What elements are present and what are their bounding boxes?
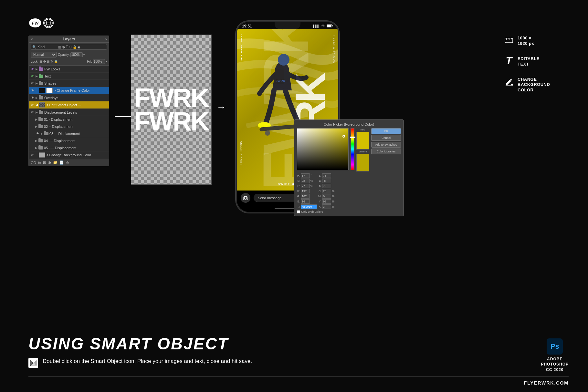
delete-layer-btn[interactable]: 🗑 xyxy=(66,161,69,165)
y-input[interactable] xyxy=(322,199,331,204)
s-field-row: S: % xyxy=(297,179,317,183)
g-label: G: xyxy=(297,195,300,198)
arrow-03: ▶ xyxy=(41,132,44,135)
add-to-swatches-btn[interactable]: Add to Swatches xyxy=(371,142,401,148)
layer-04-displacement[interactable]: ▶ 04 ···· Displacement xyxy=(29,137,109,144)
folder-05 xyxy=(38,146,43,150)
layer-text[interactable]: 👁 ▶ Text xyxy=(29,73,109,80)
phone-status-icons: ▌▌▌ xyxy=(313,24,333,28)
battery-icon xyxy=(327,24,333,28)
web-colors-label: Only Web Colors xyxy=(301,210,323,213)
layer-shapes[interactable]: 👁 ▶ Shapes xyxy=(29,80,109,87)
new-layer-btn[interactable]: 📄 xyxy=(59,160,64,165)
y-percent: % xyxy=(332,200,334,203)
layer-change-bg-color[interactable]: 👁 < Change Background Color xyxy=(29,151,109,159)
size-annotation-text: 1080 ×1920 px xyxy=(518,36,534,46)
camera-btn[interactable] xyxy=(241,193,250,203)
k-field-row: K: % xyxy=(318,204,334,209)
promo-line1: THIS WEEK ONLY! xyxy=(240,34,243,62)
footer-url: FLYERWRK.COM xyxy=(524,380,569,386)
adjustment-btn[interactable]: ◑ xyxy=(48,160,51,165)
thumb-frame-white xyxy=(46,88,53,93)
k-input[interactable] xyxy=(322,204,331,209)
lock-all-icon[interactable]: 🔒 xyxy=(54,60,58,63)
svg-rect-7 xyxy=(332,26,333,26)
layer-02-displacement[interactable]: ▶ 02 ·· Displacement xyxy=(29,123,109,130)
g-input[interactable] xyxy=(301,194,310,199)
color-picker-title: Color Picker (Foreground Color) xyxy=(297,122,401,126)
lock-artboard-icon[interactable]: ⊞ xyxy=(47,60,49,63)
eye-overlays[interactable]: 👁 xyxy=(30,96,35,100)
web-colors-checkbox[interactable] xyxy=(297,210,300,213)
opacity-input[interactable] xyxy=(70,52,83,57)
layer-01-displacement[interactable]: ▶ 01 · Displacement xyxy=(29,116,109,123)
lock-row: Lock: ▦ ✥ ⊞ ↻ 🔒 xyxy=(31,59,58,64)
blend-mode-select[interactable]: Normal xyxy=(31,52,57,57)
layer-displacement-levels[interactable]: 👁 ▶ Displacement Levels xyxy=(29,109,109,116)
eye-displacement[interactable]: 👁 xyxy=(30,110,35,115)
thumb-frame-black xyxy=(39,88,45,93)
eye-frame[interactable]: 👁 xyxy=(30,88,35,93)
ok-btn[interactable]: OK xyxy=(371,128,401,134)
hue-cursor[interactable] xyxy=(350,137,355,138)
filter-pixel-icon[interactable]: ▦ xyxy=(58,45,61,49)
layers-expand-btn[interactable]: » xyxy=(105,37,107,41)
color-gradient-field[interactable] xyxy=(297,128,349,170)
annotation-size: 1080 ×1920 px xyxy=(504,36,569,46)
eye-03[interactable]: 👁 xyxy=(35,131,40,136)
color-libraries-btn[interactable]: Color Libraries xyxy=(371,149,401,154)
r-input[interactable] xyxy=(301,189,310,193)
l-input[interactable] xyxy=(322,173,331,178)
phone-notch xyxy=(275,22,300,29)
ps-logo-text: Ps xyxy=(551,342,559,351)
hex-input[interactable] xyxy=(301,204,317,209)
eye-bg[interactable]: 👁 xyxy=(30,153,35,157)
eye-shapes[interactable]: 👁 xyxy=(30,81,35,86)
filter-type-icon[interactable]: T xyxy=(66,45,68,49)
eye-smart[interactable]: 👁 xyxy=(30,103,35,107)
new-group-btn[interactable]: 📁 xyxy=(53,160,58,165)
filter-bg-icon[interactable]: ◉ xyxy=(78,45,80,49)
fx-btn[interactable]: fx xyxy=(38,161,41,165)
s-input[interactable] xyxy=(301,179,310,183)
m-input[interactable] xyxy=(322,194,331,199)
lock-pixel-icon[interactable]: ▦ xyxy=(39,60,42,63)
lock-move-icon[interactable]: ✥ xyxy=(43,60,46,63)
eye-fw-looks[interactable]: 👁 xyxy=(30,67,35,71)
gradient-cursor[interactable] xyxy=(342,135,345,138)
b-input[interactable] xyxy=(301,184,310,188)
layer-03-displacement[interactable]: 👁 ▶ 03 ··· Displacement xyxy=(29,130,109,137)
y-field-row: Y: % xyxy=(318,199,334,204)
hue-slider[interactable] xyxy=(351,128,354,170)
kind-input[interactable] xyxy=(37,45,57,49)
layer-fw-looks[interactable]: 👁 ▶ FW Looks xyxy=(29,66,109,73)
arrow-05: ▶ xyxy=(35,146,38,150)
a-input[interactable] xyxy=(322,179,331,183)
layer-smart-object[interactable]: 👁 ◀ < Edit Smart Object ··· xyxy=(29,101,109,109)
h-input[interactable] xyxy=(301,173,310,178)
lock-rotate-icon[interactable]: ↻ xyxy=(50,60,53,63)
b2-input[interactable] xyxy=(301,199,310,204)
eye-text[interactable]: 👁 xyxy=(30,74,35,78)
layers-search-bar[interactable]: 🔍 ▦ ◑ T ⬡ 🔒 ◉ xyxy=(31,44,107,50)
fill-input[interactable] xyxy=(93,59,105,64)
layer-change-frame-color[interactable]: 👁 > Change Frame Color xyxy=(29,87,109,94)
c-input[interactable] xyxy=(322,189,331,193)
go-btn[interactable]: GO xyxy=(31,161,36,165)
filter-shape-icon[interactable]: ⬡ xyxy=(69,45,72,49)
filter-adj-icon[interactable]: ◑ xyxy=(62,45,65,49)
folder-02 xyxy=(38,124,43,129)
annotations-panel: 1080 ×1920 px T EDITABLETEXT CHANGEBACKG… xyxy=(504,36,569,93)
color-picker-buttons: OK Cancel Add to Swatches Color Librarie… xyxy=(371,128,401,171)
layers-close-btn[interactable]: × xyxy=(31,37,33,41)
fill-label: Fill: xyxy=(87,60,92,63)
h-degree: ° xyxy=(310,174,312,177)
b3-input[interactable] xyxy=(322,184,331,188)
cancel-btn[interactable]: Cancel xyxy=(371,135,401,141)
m-label: M: xyxy=(318,195,321,198)
filter-smart-icon[interactable]: 🔒 xyxy=(73,45,77,49)
layer-05-displacement[interactable]: ▶ 05 ····· Displacement xyxy=(29,144,109,151)
layer-overlays[interactable]: 👁 ▶ Overlays xyxy=(29,94,109,101)
logo: FW xyxy=(29,18,54,28)
add-mask-btn[interactable]: ⊡ xyxy=(43,160,46,165)
